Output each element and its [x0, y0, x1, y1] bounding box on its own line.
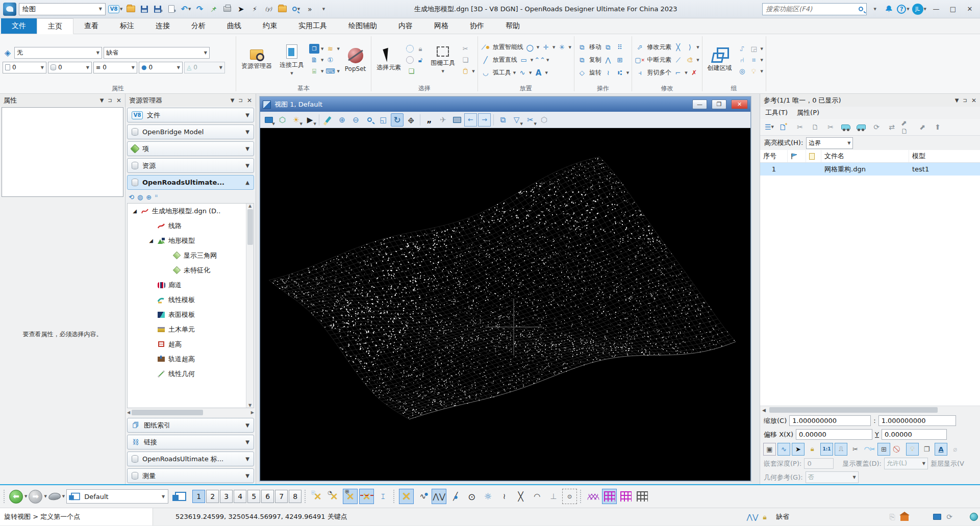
tab-drawing-aids[interactable]: 绘图辅助 — [338, 18, 388, 34]
rotate-view-icon[interactable]: ↻ — [391, 113, 404, 127]
brightness-icon[interactable]: ☀▼ — [290, 113, 303, 127]
quick-tools-button[interactable]: ⚡︎ — [249, 3, 260, 15]
v8-format-button[interactable]: V8▼ — [108, 3, 122, 15]
section-clip-icon[interactable]: ⬡ — [538, 113, 550, 127]
tab-help[interactable]: 帮助 — [495, 18, 531, 34]
toolbar-grip[interactable] — [4, 490, 6, 503]
search-options-button[interactable]: ▼ — [869, 3, 881, 15]
view-restore-button[interactable]: ❐ — [712, 99, 726, 109]
tree-item-alignments[interactable]: 线路 — [128, 218, 254, 233]
transparency-combo[interactable]: ◬0▼ — [184, 62, 225, 73]
clip-volume-icon[interactable]: ▽▼ — [510, 113, 523, 127]
plot-3d-toggle[interactable]: ❐ — [920, 443, 933, 456]
notifications-button[interactable]: 🔔︎ — [883, 3, 894, 15]
clip-reference-icon[interactable]: ✂ — [824, 121, 837, 133]
references-horizontal-scrollbar[interactable]: ◀ — [760, 406, 980, 414]
live-nesting-toggle[interactable]: ▣ — [763, 443, 776, 456]
scale-master-input[interactable] — [789, 415, 871, 426]
accusnap-popup-toggle[interactable]: ✕💬︎ — [343, 489, 358, 504]
column-model[interactable]: 模型 — [909, 150, 980, 162]
snap-multisnap[interactable]: ⊙ — [562, 489, 577, 504]
snap-tangent[interactable]: ◠ — [530, 489, 544, 504]
move-button[interactable]: ⧉移动 — [577, 42, 601, 52]
tab-utilities[interactable]: 实用工具 — [288, 18, 338, 34]
explorer-section-survey[interactable]: 测量▼ — [127, 468, 254, 483]
view-toggle-3[interactable]: 3 — [220, 490, 233, 503]
connection-status-icon[interactable] — [968, 513, 980, 521]
references-list-empty[interactable] — [760, 176, 980, 406]
clip-back-toggle[interactable]: ◠✂ — [863, 443, 876, 456]
modify-arc-icon[interactable]: ⟩ — [685, 42, 695, 52]
create-shape-icon[interactable]: ⑀ — [737, 44, 747, 54]
locate-toggle[interactable]: ➤ — [792, 443, 805, 456]
raster-toggle[interactable]: ⊞ — [877, 443, 890, 456]
hole-icon[interactable]: ◎ — [737, 66, 747, 76]
popset-button[interactable]: PopSet — [342, 47, 368, 73]
tree-item-cant[interactable]: 轨道超高 — [128, 352, 254, 366]
lock-toggle[interactable]: 🔒︎ — [806, 443, 819, 456]
attach-tools-button[interactable]: 连接工具▼ — [277, 43, 307, 77]
explorer-section-openbridge[interactable]: OpenBridge Model▼ — [127, 124, 254, 139]
move-reference-back-icon[interactable] — [855, 121, 867, 133]
column-flag[interactable] — [788, 150, 806, 162]
create-region-button[interactable]: 创建区域 — [705, 46, 735, 73]
reference-row[interactable]: 1 网格重构.dgn test1 — [760, 163, 980, 176]
isometric-grid-icon[interactable] — [586, 489, 600, 504]
snap-origin[interactable]: ☼ — [481, 489, 495, 504]
move-parallel-icon[interactable]: ⧉ — [603, 42, 613, 52]
model-view-icon[interactable]: ⬡ — [276, 113, 289, 127]
help-button[interactable]: ?▼ — [897, 3, 909, 15]
column-filename[interactable]: 文件名 — [821, 150, 909, 162]
minimize-button[interactable]: — — [929, 4, 943, 15]
account-button[interactable]: JL▼ — [912, 3, 926, 15]
move-reference-icon[interactable] — [840, 121, 852, 133]
workset-icon[interactable] — [898, 513, 911, 521]
qat-overflow-button[interactable]: » — [304, 3, 315, 15]
modify-element-button[interactable]: ⬀修改元素 — [635, 42, 671, 52]
grid-view-icon[interactable]: ⠛ — [155, 194, 158, 199]
select-all-icon[interactable] — [406, 45, 414, 53]
display-override-combo[interactable]: 允许(L)▼ — [884, 458, 928, 469]
view-minimize-button[interactable]: — — [692, 99, 707, 109]
place-multiline-icon[interactable]: ⌃⌃ — [535, 55, 545, 65]
true-scale-toggle[interactable]: 1:1 — [820, 443, 833, 456]
view-toggle-4[interactable]: 4 — [234, 490, 246, 503]
tree-item-civil-cells[interactable]: 土木单元 — [128, 322, 254, 337]
paste-icon[interactable]: 📋︎ — [460, 66, 470, 76]
locks-icon[interactable]: 🔒︎ — [759, 513, 771, 521]
clip-mask-icon[interactable]: ✂▼ — [524, 113, 537, 127]
offset-y-input[interactable] — [882, 429, 947, 440]
element-template-combo[interactable]: 缺省▼ — [104, 47, 210, 59]
tab-content[interactable]: 内容 — [388, 18, 423, 34]
tree-vertical-scrollbar[interactable]: ▲▼ — [246, 204, 254, 408]
close-icon[interactable]: ✕ — [116, 97, 121, 104]
rotate-button[interactable]: ◇旋转 — [577, 68, 601, 78]
toolbar-grip[interactable] — [580, 490, 583, 503]
open-reference-icon[interactable]: ⬈🗋 — [901, 121, 913, 133]
element-selection-button[interactable]: ➤ — [235, 3, 246, 15]
tree-item-superelevation[interactable]: 超高 — [128, 337, 254, 352]
drop-icon[interactable]: ◲ — [749, 44, 759, 54]
break-element-button[interactable]: ▢✕中断元素 — [635, 55, 671, 65]
tab-file[interactable]: 文件 — [1, 18, 37, 34]
view-toggle-7[interactable]: 7 — [275, 490, 288, 503]
menu-properties[interactable]: 属性(P) — [797, 108, 819, 117]
spline-icon[interactable]: ∿ — [517, 68, 527, 78]
search-input[interactable] — [766, 5, 857, 13]
active-element-icon[interactable]: ◈ — [3, 48, 13, 58]
explorer-section-openroads[interactable]: OpenRoadsUltimate...▲ — [127, 175, 254, 190]
cut-icon[interactable]: ✂ — [460, 44, 470, 54]
undo-button[interactable]: ↶▼ — [180, 3, 191, 15]
close-button[interactable]: ✕ — [963, 4, 977, 15]
zoom-in-icon[interactable]: ⊕ — [336, 113, 348, 127]
snap-bisector[interactable]: ≀ — [497, 489, 512, 504]
snap-midpoint[interactable]: ╱● — [448, 489, 463, 504]
tree-horizontal-scrollbar[interactable]: ◀▶ — [127, 409, 254, 416]
fly-icon[interactable]: ✈ — [437, 113, 449, 127]
tab-collaborate[interactable]: 协作 — [459, 18, 495, 34]
keyboard-icon[interactable]: ⌨ — [325, 66, 335, 76]
scale-linestyle-toggle[interactable]: ⎍ — [835, 443, 847, 456]
scrollbar-thumb[interactable] — [769, 407, 938, 413]
properties-tree-box[interactable] — [2, 107, 123, 197]
tree-item-triangles[interactable]: 显示三角网 — [128, 248, 254, 263]
